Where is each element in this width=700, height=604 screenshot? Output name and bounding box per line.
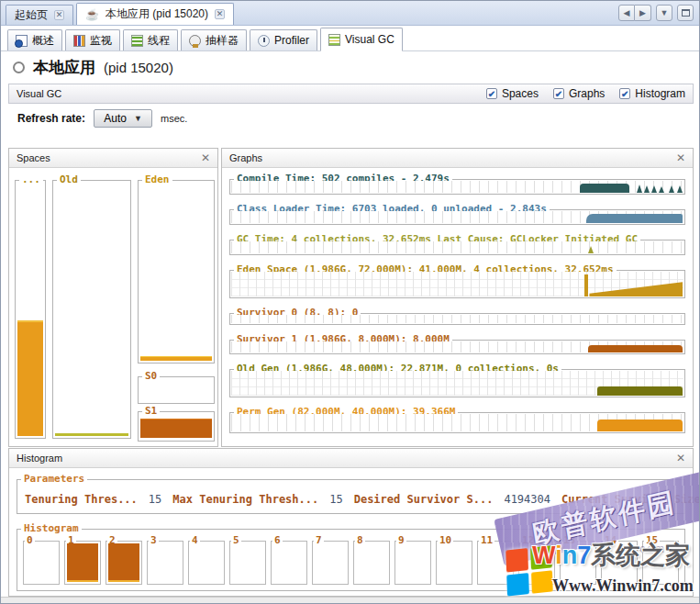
max-tenuring-threshold-value: 15 <box>329 493 342 506</box>
spaces-panel-body: ... Old Eden S0 S1 <box>9 168 217 446</box>
tab-list-dropdown-button[interactable]: ▼ <box>656 5 672 21</box>
tab-profiler[interactable]: Profiler <box>250 29 317 50</box>
checkbox-checked-icon[interactable]: ✔ <box>486 88 497 99</box>
survivor1-space-box: S1 <box>138 411 215 442</box>
histogram-bin-label: 7 <box>314 534 324 546</box>
chevron-down-icon: ▼ <box>661 8 669 17</box>
perm-gen-chart <box>231 414 683 431</box>
compile-spike <box>677 185 683 193</box>
tab-visual-gc[interactable]: Visual GC <box>320 28 403 51</box>
compile-spike <box>659 186 664 193</box>
histogram-panel: Histogram ✕ Parameters Tenuring Thres...… <box>8 448 694 597</box>
eden-space-label: Eden <box>142 173 172 185</box>
close-icon[interactable]: ✕ <box>676 453 685 464</box>
compile-time-graph: Compile Time: 502 compiles - 2.479s <box>229 179 685 195</box>
histogram-bin-fill <box>67 543 98 582</box>
survivor1-chart <box>231 341 683 352</box>
histogram-bins: 0123456789101112131415 <box>23 541 679 585</box>
survivor0-space-box: S0 <box>138 376 215 404</box>
maximize-icon <box>682 9 690 17</box>
histogram-bin: 4 <box>188 541 225 585</box>
old-space-column: Old <box>52 180 131 439</box>
eden-space-column: Eden <box>138 180 215 364</box>
close-icon[interactable]: ✕ <box>676 152 685 163</box>
histogram-bin: 10 <box>436 541 472 585</box>
tenuring-threshold-label: Tenuring Thres... <box>25 493 138 506</box>
histogram-bin: 9 <box>394 541 431 585</box>
histogram-bin-label: 14 <box>603 534 618 546</box>
tab-overview[interactable]: 概述 <box>7 29 62 50</box>
histogram-checkbox[interactable]: ✔ Histogram <box>619 87 685 100</box>
tab-sampler[interactable]: 抽样器 <box>181 29 247 50</box>
application-icon <box>13 62 25 73</box>
close-icon[interactable]: ✕ <box>201 152 210 163</box>
survivor0-chart <box>231 315 683 323</box>
graphs-checkbox-label: Graphs <box>569 87 605 100</box>
close-icon[interactable]: ✕ <box>54 10 64 20</box>
refresh-rate-select[interactable]: Auto ▼ <box>94 109 152 128</box>
tab-local-application-label: 本地应用 (pid 15020) <box>106 6 208 22</box>
perm-space-column: ... <box>15 180 46 439</box>
tab-start-page[interactable]: 起始页 ✕ <box>6 5 73 25</box>
tab-profiler-label: Profiler <box>274 34 309 47</box>
parameters-group: Parameters Tenuring Thres... 15 Max Tenu… <box>17 479 685 514</box>
tab-visual-gc-label: Visual GC <box>345 33 394 46</box>
histogram-bin-fill <box>108 543 139 582</box>
gc-time-graph: GC Time: 4 collections, 32.652ms Last Ca… <box>229 240 685 255</box>
maximize-button[interactable] <box>677 5 694 21</box>
histogram-bin-label: 9 <box>396 534 406 546</box>
histogram-bin-label: 10 <box>438 534 453 546</box>
close-icon[interactable]: ✕ <box>215 9 225 19</box>
graphs-panel-body: Compile Time: 502 compiles - 2.479s Clas… <box>222 168 693 446</box>
eden-space-chart <box>231 272 683 296</box>
tab-threads-label: 线程 <box>148 33 170 49</box>
checkbox-checked-icon[interactable]: ✔ <box>619 88 630 99</box>
refresh-rate-unit: msec. <box>161 113 187 124</box>
tab-threads[interactable]: 线程 <box>123 29 178 50</box>
view-tab-bar: 概述 监视 线程 抽样器 Profiler Visual GC <box>1 26 699 51</box>
spaces-checkbox[interactable]: ✔ Spaces <box>486 87 539 100</box>
eden-spike <box>584 274 588 296</box>
old-gen-graph: Old Gen (1.986G, 48.000M): 22.871M, 0 co… <box>229 369 685 397</box>
histogram-panel-body: Parameters Tenuring Thres... 15 Max Tenu… <box>9 468 693 596</box>
eden-space-graph: Eden Space (1.986G, 72.000M): 41.000M, 4… <box>229 270 685 298</box>
histogram-checkbox-label: Histogram <box>635 87 685 100</box>
histogram-bin: 6 <box>271 541 307 585</box>
back-button[interactable]: ◀ <box>618 5 635 21</box>
refresh-rate-label: Refresh rate: <box>17 112 85 125</box>
tab-monitor-label: 监视 <box>90 33 112 49</box>
tab-local-application[interactable]: ☕ 本地应用 (pid 15020) ✕ <box>76 3 234 25</box>
histogram-bin: 3 <box>147 541 183 585</box>
histogram-bin-label: 11 <box>479 534 494 546</box>
visual-gc-section-bar: Visual GC ✔ Spaces ✔ Graphs ✔ Histogram <box>8 84 694 104</box>
compile-spike <box>651 185 657 193</box>
histogram-bin: 13 <box>560 541 596 585</box>
refresh-rate-value: Auto <box>104 112 127 125</box>
graphs-checkbox[interactable]: ✔ Graphs <box>553 87 605 100</box>
class-loader-chart <box>231 211 683 223</box>
perm-space-label: ... <box>19 173 43 185</box>
class-loader-fill <box>586 214 683 223</box>
histogram-bin-label: 4 <box>190 534 200 546</box>
tab-start-page-label: 起始页 <box>15 7 48 23</box>
spaces-checkbox-label: Spaces <box>502 87 539 100</box>
survivor1-label: S1 <box>142 405 160 417</box>
forward-button[interactable]: ▶ <box>635 5 651 21</box>
tab-monitor[interactable]: 监视 <box>65 29 120 50</box>
old-gen-chart <box>231 371 683 396</box>
desired-survivor-size-value: 4194304 <box>504 493 550 506</box>
histogram-bin: 0 <box>23 541 60 585</box>
histogram-bin-label: 5 <box>231 534 241 546</box>
histogram-group-label: Histogram <box>21 522 82 534</box>
back-icon: ◀ <box>624 8 630 17</box>
histogram-panel-header: Histogram ✕ <box>9 449 693 468</box>
histogram-bin: 8 <box>353 541 390 585</box>
profiler-clock-icon <box>258 35 270 47</box>
chevron-down-icon: ▼ <box>134 114 142 123</box>
view-toggles: ✔ Spaces ✔ Graphs ✔ Histogram <box>486 87 685 100</box>
old-gen-fill <box>597 386 683 396</box>
checkbox-checked-icon[interactable]: ✔ <box>553 88 564 99</box>
perm-space-bar <box>17 320 43 436</box>
bottom-strip <box>1 597 699 603</box>
histogram-bin: 7 <box>312 541 349 585</box>
